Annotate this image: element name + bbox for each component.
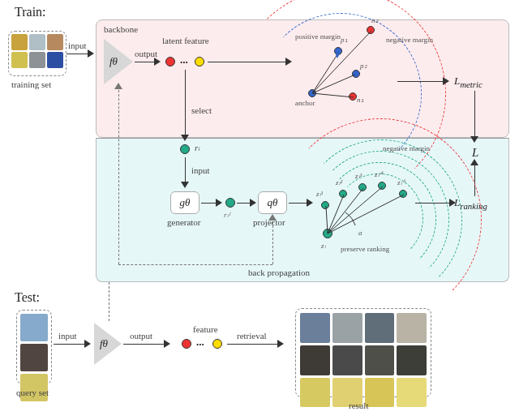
arrow-g-out-line	[201, 203, 216, 204]
arrow-retrieval-line	[227, 344, 277, 345]
backbone-label: backbone	[104, 24, 138, 34]
backprop-hline	[118, 264, 272, 265]
backprop-up-projector	[272, 217, 273, 264]
result-thumb	[300, 313, 330, 343]
arrow-to-q-line	[237, 203, 250, 204]
svg-line-6	[328, 195, 344, 234]
query-set-label: query set	[16, 388, 49, 397]
generator-label: generator	[167, 217, 201, 227]
arrow-to-g-head	[181, 182, 189, 188]
feature-dot-red	[182, 339, 191, 349]
ri-dot	[180, 144, 190, 154]
feature-ellipsis: ...	[196, 336, 204, 349]
arrow-output-head	[154, 58, 161, 66]
arrow-input-train-line	[66, 54, 88, 54]
arrow-input-test-head	[84, 340, 91, 348]
query-thumb	[20, 344, 48, 371]
input-label-test: input	[58, 331, 77, 341]
arrow-to-lmetric-head	[443, 77, 449, 85]
result-thumb	[332, 345, 362, 375]
arrow-to-lmetric-line	[397, 81, 443, 82]
z4-label: zᵢ⁴	[375, 170, 383, 178]
arrow-select-head	[181, 135, 189, 141]
backprop-label: back propagation	[248, 268, 310, 277]
dashed-train-to-test	[109, 282, 109, 321]
latent-feature-label: latent feature	[162, 36, 209, 45]
input-label-train: input	[68, 41, 87, 50]
neg-margin-label: negative margin	[386, 36, 433, 44]
latent-ellipsis: ...	[180, 54, 188, 66]
svg-marker-4	[336, 49, 342, 58]
preserve-ranking-label: preserve ranking	[341, 245, 389, 253]
training-set-box	[8, 31, 66, 76]
z3-label: zᵢ³	[355, 172, 362, 180]
result-thumb	[397, 378, 427, 408]
select-label: select	[191, 105, 212, 115]
result-box	[295, 308, 431, 397]
svg-line-9	[328, 195, 404, 234]
train-title: Train:	[15, 5, 46, 19]
ri-label: rᵢ	[195, 143, 199, 153]
loss-ranking: Lranking	[454, 196, 487, 211]
svg-line-7	[328, 188, 363, 234]
generator-box: gθ	[170, 191, 199, 214]
rij-label: rᵢʲ	[224, 211, 230, 219]
result-thumb	[365, 313, 395, 343]
result-thumb	[365, 378, 395, 408]
input2-label: input	[191, 165, 210, 175]
training-set-label: training set	[11, 79, 51, 89]
svg-line-5	[326, 206, 328, 234]
result-thumb	[365, 345, 395, 375]
total-loss: L	[472, 146, 478, 160]
output-label-train: output	[135, 49, 157, 58]
test-title: Test:	[15, 290, 40, 305]
arrow-output-line	[135, 62, 154, 62]
backprop-up-backbone-head	[114, 83, 122, 89]
f-theta-train: fθ	[109, 55, 118, 68]
result-thumb	[397, 313, 427, 343]
backbone-shape-test	[94, 323, 122, 365]
train-thumb	[29, 34, 45, 50]
neg-margin-ranking-label: negative margin	[383, 144, 430, 152]
latent-dot-yellow	[195, 57, 204, 66]
result-label: result	[349, 401, 368, 410]
backprop-up-backbone	[118, 86, 119, 264]
arrow-input-train-head	[88, 49, 94, 58]
arrow-to-g-line	[185, 157, 186, 182]
result-thumb	[300, 345, 330, 375]
n2-label: n₂	[371, 16, 379, 24]
arrow-retrieval-head	[277, 340, 284, 348]
arrow-output-test-head	[164, 340, 170, 348]
output-label-test: output	[130, 331, 152, 341]
ranking-rays	[321, 180, 418, 240]
arrow-to-q-head	[250, 199, 256, 207]
query-set-box	[16, 310, 52, 384]
zi-label: zᵢ	[321, 242, 326, 250]
arrow-input-test-line	[54, 344, 84, 345]
arrow-to-lranking-line	[415, 203, 449, 204]
svg-line-2	[312, 93, 354, 97]
loss-metric: Lmetric	[454, 75, 483, 89]
arrow-lranking-up-head	[470, 159, 478, 165]
latent-dot-red	[165, 57, 175, 66]
train-thumb	[11, 52, 28, 68]
arrow-select-line	[185, 70, 186, 135]
train-thumb	[11, 34, 28, 50]
feature-label: feature	[193, 324, 218, 334]
result-thumb	[397, 345, 427, 375]
pos-margin-label: positive margin	[295, 32, 341, 41]
arrow-g-out-head	[216, 199, 222, 207]
backprop-up-projector-head	[268, 214, 277, 221]
result-thumb	[300, 378, 330, 408]
train-thumb	[29, 52, 45, 68]
retrieval-label: retrieval	[237, 331, 267, 341]
arrow-lmetric-down-head	[470, 136, 478, 143]
f-theta-test: fθ	[100, 337, 108, 350]
feature-dot-yellow	[212, 339, 222, 349]
train-thumb	[47, 52, 63, 68]
alpha-label: a	[358, 229, 362, 237]
query-thumb	[20, 314, 48, 341]
result-thumb	[332, 313, 362, 343]
backbone-shape	[104, 39, 133, 84]
arrow-output-test-line	[123, 344, 164, 345]
